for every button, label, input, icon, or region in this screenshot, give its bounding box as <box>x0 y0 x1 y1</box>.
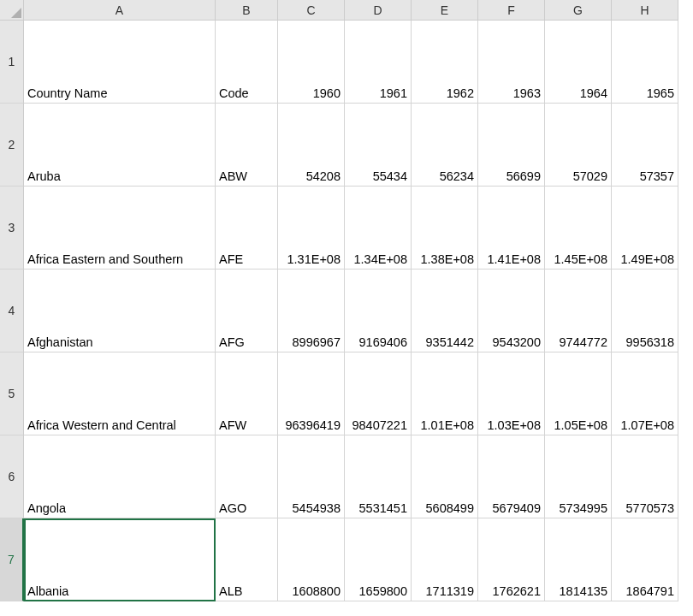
cell-D3[interactable]: 1.34E+08 <box>345 187 412 270</box>
cell-H2[interactable]: 57357 <box>612 104 678 187</box>
col-header-D[interactable]: D <box>345 0 412 21</box>
cell-G5[interactable]: 1.05E+08 <box>545 352 612 435</box>
cell-B4[interactable]: AFG <box>216 270 278 352</box>
cell-D6[interactable]: 5531451 <box>345 435 412 518</box>
cell-D4[interactable]: 9169406 <box>345 270 412 352</box>
cell-C5[interactable]: 96396419 <box>278 352 345 435</box>
row-header-2[interactable]: 2 <box>0 104 24 187</box>
cell-G3[interactable]: 1.45E+08 <box>545 187 612 270</box>
cell-C2[interactable]: 54208 <box>278 104 345 187</box>
col-header-F[interactable]: F <box>478 0 545 21</box>
cell-D2[interactable]: 55434 <box>345 104 412 187</box>
cell-A7[interactable]: Albania <box>24 518 216 601</box>
row-header-3[interactable]: 3 <box>0 187 24 270</box>
cell-A4[interactable]: Afghanistan <box>24 270 216 352</box>
cell-F5[interactable]: 1.03E+08 <box>478 352 545 435</box>
select-all-triangle-icon <box>11 8 21 18</box>
spreadsheet-grid[interactable]: A B C D E F G H 1 Country Name Code 1960… <box>0 0 693 616</box>
cell-A1[interactable]: Country Name <box>24 21 216 104</box>
row-header-1[interactable]: 1 <box>0 21 24 104</box>
col-header-G[interactable]: G <box>545 0 612 21</box>
col-header-A[interactable]: A <box>24 0 216 21</box>
cell-C3[interactable]: 1.31E+08 <box>278 187 345 270</box>
cell-B1[interactable]: Code <box>216 21 278 104</box>
cell-G6[interactable]: 5734995 <box>545 435 612 518</box>
cell-H3[interactable]: 1.49E+08 <box>612 187 678 270</box>
cell-B6[interactable]: AGO <box>216 435 278 518</box>
col-header-B[interactable]: B <box>216 0 278 21</box>
cell-F4[interactable]: 9543200 <box>478 270 545 352</box>
cell-C1[interactable]: 1960 <box>278 21 345 104</box>
cell-A5[interactable]: Africa Western and Central <box>24 352 216 435</box>
cell-G2[interactable]: 57029 <box>545 104 612 187</box>
svg-marker-0 <box>11 8 21 18</box>
cell-C4[interactable]: 8996967 <box>278 270 345 352</box>
cell-F2[interactable]: 56699 <box>478 104 545 187</box>
select-all-corner[interactable] <box>0 0 24 21</box>
col-header-E[interactable]: E <box>412 0 478 21</box>
cell-G7[interactable]: 1814135 <box>545 518 612 601</box>
cell-B3[interactable]: AFE <box>216 187 278 270</box>
cell-F3[interactable]: 1.41E+08 <box>478 187 545 270</box>
col-header-H[interactable]: H <box>612 0 678 21</box>
cell-E7[interactable]: 1711319 <box>412 518 478 601</box>
cell-D1[interactable]: 1961 <box>345 21 412 104</box>
row-header-4[interactable]: 4 <box>0 270 24 352</box>
cell-A3[interactable]: Africa Eastern and Southern <box>24 187 216 270</box>
cell-D7[interactable]: 1659800 <box>345 518 412 601</box>
cell-A6[interactable]: Angola <box>24 435 216 518</box>
cell-H4[interactable]: 9956318 <box>612 270 678 352</box>
cell-G4[interactable]: 9744772 <box>545 270 612 352</box>
cell-E2[interactable]: 56234 <box>412 104 478 187</box>
cell-B5[interactable]: AFW <box>216 352 278 435</box>
cell-F1[interactable]: 1963 <box>478 21 545 104</box>
col-header-C[interactable]: C <box>278 0 345 21</box>
cell-E1[interactable]: 1962 <box>412 21 478 104</box>
cell-E4[interactable]: 9351442 <box>412 270 478 352</box>
cell-H1[interactable]: 1965 <box>612 21 678 104</box>
cell-E6[interactable]: 5608499 <box>412 435 478 518</box>
cell-H5[interactable]: 1.07E+08 <box>612 352 678 435</box>
cell-B2[interactable]: ABW <box>216 104 278 187</box>
cell-B7[interactable]: ALB <box>216 518 278 601</box>
cell-H7[interactable]: 1864791 <box>612 518 678 601</box>
cell-F7[interactable]: 1762621 <box>478 518 545 601</box>
cell-G1[interactable]: 1964 <box>545 21 612 104</box>
cell-E5[interactable]: 1.01E+08 <box>412 352 478 435</box>
cell-D5[interactable]: 98407221 <box>345 352 412 435</box>
cell-A2[interactable]: Aruba <box>24 104 216 187</box>
row-header-6[interactable]: 6 <box>0 435 24 518</box>
row-header-5[interactable]: 5 <box>0 352 24 435</box>
cell-C6[interactable]: 5454938 <box>278 435 345 518</box>
cell-H6[interactable]: 5770573 <box>612 435 678 518</box>
row-header-7[interactable]: 7 <box>0 518 24 601</box>
cell-F6[interactable]: 5679409 <box>478 435 545 518</box>
cell-E3[interactable]: 1.38E+08 <box>412 187 478 270</box>
cell-C7[interactable]: 1608800 <box>278 518 345 601</box>
